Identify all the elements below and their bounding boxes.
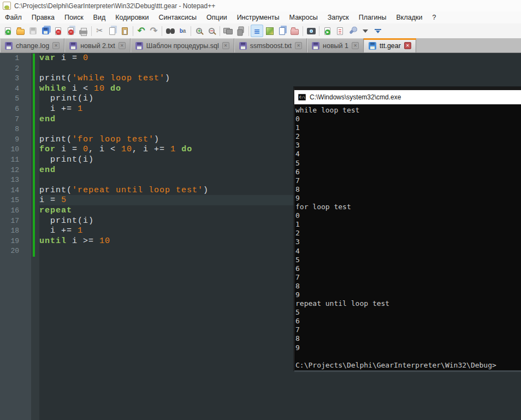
- console-line: while loop test: [295, 106, 521, 115]
- console-line: 7: [295, 273, 521, 282]
- menu-item-macro[interactable]: Макросы: [285, 12, 323, 23]
- title-bar[interactable]: C:\Projects\Delphi\GearInterpreter\Win32…: [0, 0, 521, 11]
- line-number: 10: [0, 145, 19, 155]
- zoom-out-button[interactable]: −: [205, 25, 218, 37]
- code-line: while i < 10 do: [39, 84, 209, 94]
- new-file-button[interactable]: [2, 25, 14, 37]
- sync-horizontal-button[interactable]: [234, 25, 247, 37]
- menu-item-run[interactable]: Запуск: [323, 12, 354, 23]
- menu-item-file[interactable]: Файл: [0, 12, 27, 23]
- line-number: 13: [0, 175, 19, 186]
- tab-close-icon[interactable]: [404, 42, 411, 49]
- close-button[interactable]: [52, 25, 64, 37]
- console-line: 7: [295, 176, 521, 185]
- console-output[interactable]: while loop test0123456789for loop test01…: [294, 104, 521, 370]
- menu-item-language[interactable]: Синтаксисы: [153, 12, 202, 23]
- console-line: 7: [295, 326, 521, 334]
- code-line: print('while loop test'): [39, 74, 209, 84]
- menu-item-help[interactable]: ?: [427, 12, 441, 23]
- tab-novyi-2-txt[interactable]: новый 2.txt: [64, 38, 131, 52]
- save-button[interactable]: [27, 25, 39, 37]
- find-button[interactable]: [164, 25, 176, 37]
- tab-shablon-procedury-sql[interactable]: Шаблон процедуры.sql: [131, 38, 234, 52]
- cut-button[interactable]: ✂: [93, 25, 106, 37]
- project-panel-button[interactable]: [288, 25, 301, 37]
- tab-ttt-gear[interactable]: ttt.gear: [364, 38, 416, 52]
- tab-ssmsboost-txt[interactable]: ssmsboost.txt: [234, 38, 307, 52]
- close-all-button[interactable]: [64, 25, 77, 37]
- save-icon: [29, 27, 37, 34]
- code-text[interactable]: var i = 0print('while loop test')while i…: [39, 54, 209, 257]
- console-line: 6: [295, 317, 521, 326]
- macro-tools-button[interactable]: [346, 25, 359, 37]
- replace-button[interactable]: ba: [176, 25, 189, 37]
- map-icon: [266, 27, 274, 35]
- console-line: 8: [295, 334, 521, 343]
- line-number: 6: [0, 104, 19, 115]
- pulldown-button[interactable]: [371, 25, 384, 37]
- tab-novyi-1[interactable]: новый 1: [307, 38, 364, 52]
- menu-item-plugins[interactable]: Плагины: [354, 12, 392, 23]
- sync-vertical-button[interactable]: [222, 25, 234, 37]
- toolbar-separator: [91, 26, 92, 36]
- menu-item-tabs[interactable]: Вкладки: [391, 12, 427, 23]
- cmd-window[interactable]: C:\Windows\system32\cmd.exe while loop t…: [294, 87, 521, 370]
- menu-item-edit[interactable]: Правка: [27, 12, 60, 23]
- redo-icon: ↷: [150, 26, 157, 36]
- paste-button[interactable]: [119, 25, 131, 37]
- line-number: 14: [0, 186, 19, 196]
- word-wrap-button[interactable]: ≡: [251, 25, 263, 37]
- console-line: 4: [295, 247, 521, 256]
- tab-close-icon[interactable]: [52, 42, 60, 49]
- console-line: 0: [295, 211, 521, 220]
- line-number: 18: [0, 226, 19, 236]
- tab-close-icon[interactable]: [295, 42, 302, 49]
- line-number: 8: [0, 125, 19, 135]
- tab-label: change.log: [16, 42, 49, 50]
- zoom-in-button[interactable]: +: [193, 25, 205, 37]
- menu-item-view[interactable]: Вид: [88, 12, 111, 23]
- file-saved-icon: [5, 42, 13, 50]
- menu-item-search[interactable]: Поиск: [60, 12, 88, 23]
- open-file-button[interactable]: [14, 25, 27, 37]
- code-line: until i >= 10: [39, 236, 209, 247]
- undo-button[interactable]: ↶: [135, 25, 147, 37]
- macro-steps-button[interactable]: [334, 25, 346, 37]
- close-icon: [55, 27, 61, 35]
- menu-item-tools[interactable]: Инструменты: [232, 12, 285, 23]
- redo-button[interactable]: ↷: [147, 25, 160, 37]
- console-line: 1: [295, 220, 521, 229]
- tab-close-icon[interactable]: [119, 42, 126, 49]
- document-map-button[interactable]: [263, 25, 276, 37]
- tab-label: новый 1: [323, 42, 348, 50]
- menu-item-encoding[interactable]: Кодировки: [110, 12, 153, 23]
- code-line: print('repeat until loop test'): [39, 186, 209, 196]
- copy-button[interactable]: [106, 25, 119, 37]
- console-line: 8: [295, 185, 521, 194]
- monitoring-button[interactable]: [305, 25, 317, 37]
- macro-dropdown-button[interactable]: [359, 25, 371, 37]
- macrorun-icon: [324, 27, 330, 35]
- code-line: print(i): [39, 155, 209, 165]
- save-all-button[interactable]: [39, 25, 52, 37]
- open-icon: [16, 29, 25, 35]
- code-line: end: [39, 115, 209, 125]
- toolbar-separator: [319, 26, 319, 36]
- tab-close-icon[interactable]: [352, 42, 359, 49]
- code-line: repeat: [39, 206, 209, 216]
- line-number: 1: [0, 54, 19, 64]
- line-number: 9: [0, 135, 19, 145]
- menu-item-settings[interactable]: Опции: [202, 12, 232, 23]
- run-macro-button[interactable]: [321, 25, 334, 37]
- code-line: print(i): [39, 94, 209, 104]
- doc-switcher-button[interactable]: [276, 25, 288, 37]
- console-line: 8: [295, 282, 521, 291]
- window-title: C:\Projects\Delphi\GearInterpreter\Win32…: [14, 2, 215, 10]
- monitoring-icon: [307, 28, 316, 34]
- closeall-icon: [68, 27, 74, 35]
- print-button[interactable]: [77, 25, 90, 37]
- cmd-title-bar[interactable]: C:\Windows\system32\cmd.exe: [294, 90, 521, 104]
- tab-close-icon[interactable]: [222, 42, 229, 49]
- toolbar-separator: [133, 26, 133, 36]
- tab-change-log[interactable]: change.log: [0, 38, 64, 52]
